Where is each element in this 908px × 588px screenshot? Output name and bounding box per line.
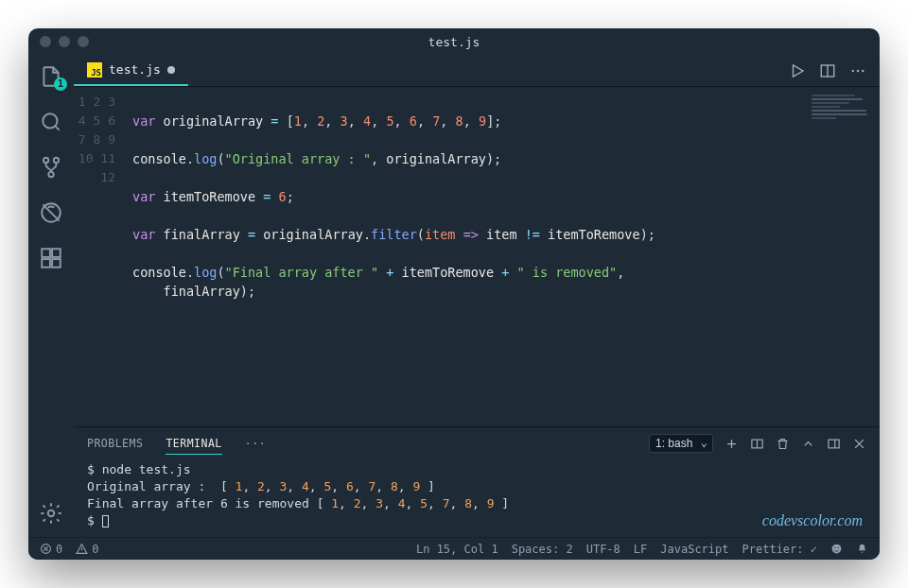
explorer-icon[interactable]: 1 <box>39 64 63 89</box>
terminal-select: 1: bash <box>649 434 713 453</box>
svg-point-0 <box>43 113 57 128</box>
code-content[interactable]: var originalArray = [1, 2, 3, 4, 5, 6, 7… <box>129 87 812 426</box>
editor[interactable]: 1 2 3 4 5 6 7 8 9 10 11 12 var originalA… <box>74 87 880 426</box>
window-controls <box>40 36 89 47</box>
tab-filename: test.js <box>109 62 161 77</box>
svg-point-18 <box>834 547 835 548</box>
maximize-panel-icon[interactable] <box>801 437 815 451</box>
toggle-panel-icon[interactable] <box>827 437 841 451</box>
svg-point-19 <box>837 547 838 548</box>
bottom-panel: PROBLEMS TERMINAL ··· 1: bash <box>74 426 880 537</box>
minimize-window-button[interactable] <box>59 36 70 47</box>
svg-rect-5 <box>42 249 50 257</box>
editor-window: test.js 1 <box>28 28 880 560</box>
status-feedback-icon[interactable] <box>830 543 843 555</box>
run-icon[interactable] <box>789 62 806 79</box>
terminal-cursor <box>102 515 109 527</box>
svg-point-13 <box>862 69 864 71</box>
svg-point-2 <box>54 158 59 163</box>
svg-point-1 <box>44 158 48 163</box>
svg-point-17 <box>832 545 842 554</box>
terminal-output[interactable]: $ node test.js Original array : [ 1, 2, … <box>87 459 866 529</box>
status-cursor-position[interactable]: Ln 15, Col 1 <box>416 543 498 556</box>
search-icon[interactable] <box>39 110 63 134</box>
terminal-selector[interactable]: 1: bash <box>649 434 713 453</box>
maximize-window-button[interactable] <box>78 36 89 47</box>
status-prettier[interactable]: Prettier: ✓ <box>742 543 817 556</box>
status-eol[interactable]: LF <box>634 543 647 556</box>
line-gutter: 1 2 3 4 5 6 7 8 9 10 11 12 <box>74 87 129 426</box>
tab-bar: JS test.js <box>74 55 880 87</box>
status-bell-icon[interactable] <box>856 543 868 555</box>
js-file-icon: JS <box>87 62 102 78</box>
status-encoding[interactable]: UTF-8 <box>586 543 620 556</box>
settings-gear-icon[interactable] <box>39 501 63 526</box>
main-area: JS test.js 1 2 3 4 5 6 7 8 9 10 11 12 va… <box>74 55 880 537</box>
close-window-button[interactable] <box>40 36 51 47</box>
activity-bar: 1 <box>28 55 74 537</box>
svg-point-3 <box>48 172 53 177</box>
status-indentation[interactable]: Spaces: 2 <box>512 543 573 556</box>
new-terminal-icon[interactable] <box>725 437 739 451</box>
extensions-icon[interactable] <box>39 246 63 270</box>
status-warnings[interactable]: 0 <box>76 543 98 556</box>
svg-rect-15 <box>829 440 839 448</box>
tab-terminal[interactable]: TERMINAL <box>166 433 221 455</box>
svg-point-12 <box>857 69 859 71</box>
explorer-badge: 1 <box>54 78 67 91</box>
svg-rect-6 <box>52 249 61 257</box>
status-bar: 0 0 Ln 15, Col 1 Spaces: 2 UTF-8 LF Java… <box>28 537 880 560</box>
status-language[interactable]: JavaScript <box>660 543 728 556</box>
titlebar: test.js <box>28 28 880 55</box>
more-actions-icon[interactable] <box>849 62 866 79</box>
editor-actions <box>789 62 880 79</box>
svg-rect-8 <box>52 259 61 268</box>
watermark: codevscolor.com <box>762 512 863 529</box>
kill-terminal-icon[interactable] <box>776 437 790 451</box>
tab-problems[interactable]: PROBLEMS <box>87 433 143 454</box>
svg-point-9 <box>48 510 55 517</box>
editor-body: 1 JS test.js <box>28 55 880 537</box>
svg-point-11 <box>852 69 854 71</box>
panel-tab-bar: PROBLEMS TERMINAL ··· 1: bash <box>87 427 866 459</box>
source-control-icon[interactable] <box>39 155 63 180</box>
svg-rect-7 <box>42 259 50 268</box>
split-terminal-icon[interactable] <box>750 437 764 451</box>
unsaved-indicator-icon <box>167 66 175 74</box>
debug-icon[interactable] <box>39 200 63 225</box>
close-panel-icon[interactable] <box>852 437 866 451</box>
status-errors[interactable]: 0 <box>40 543 62 556</box>
tab-more[interactable]: ··· <box>245 433 266 454</box>
split-editor-icon[interactable] <box>819 62 836 79</box>
window-title: test.js <box>28 35 880 49</box>
tab-test-js[interactable]: JS test.js <box>74 55 188 86</box>
minimap[interactable] <box>812 87 880 426</box>
